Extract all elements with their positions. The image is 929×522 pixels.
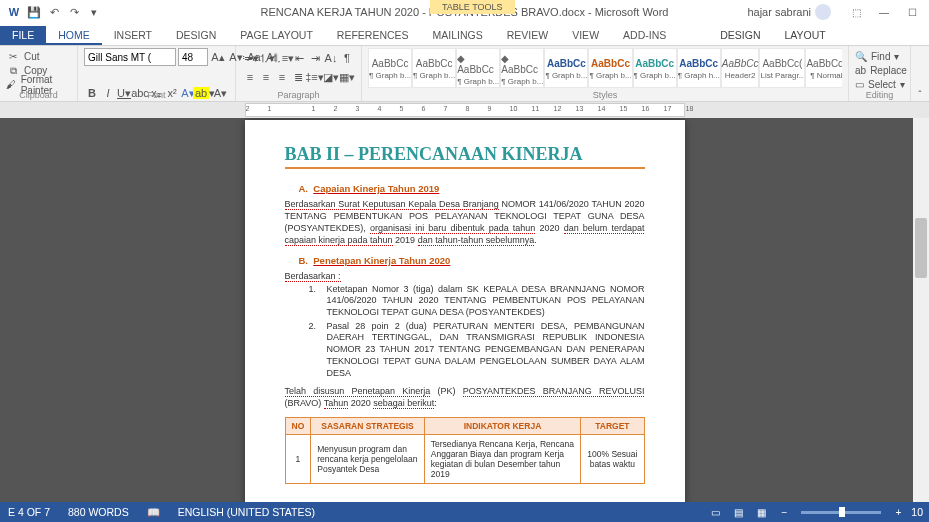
table-row[interactable]: 1 Menyusun program dan rencana kerja pen…	[285, 435, 644, 484]
tab-table-design[interactable]: DESIGN	[708, 26, 772, 45]
style-item[interactable]: ◆ AaBbCc¶ Graph b...	[456, 48, 500, 88]
maximize-button[interactable]: ☐	[899, 2, 925, 22]
heading-1[interactable]: BAB II – PERENCANAAN KINERJA	[285, 144, 645, 169]
paragraph-1[interactable]: Berdasarkan Surat Keputusan Kepala Desa …	[285, 198, 645, 247]
list-item[interactable]: 2. Pasal 28 poin 2 (dua) PERATURAN MENTE…	[309, 321, 645, 379]
borders-button[interactable]: ▦▾	[339, 69, 355, 85]
tab-home[interactable]: HOME	[46, 26, 102, 45]
word-count[interactable]: 880 WORDS	[68, 506, 129, 518]
section-b-heading[interactable]: B. Penetapan Kinerja Tahun 2020	[299, 255, 645, 266]
bullets-button[interactable]: ≔▾	[242, 50, 258, 66]
increase-indent-button[interactable]: ⇥	[307, 50, 323, 66]
qat-customize[interactable]: ▾	[86, 4, 102, 20]
sort-button[interactable]: A↓	[323, 50, 339, 66]
section-a-heading[interactable]: A. Capaian Kinerja Tahun 2019	[299, 183, 645, 194]
styles-gallery[interactable]: AaBbCc¶ Graph b...AaBbCc¶ Graph b...◆ Aa…	[368, 48, 842, 88]
justify-button[interactable]: ≣	[290, 69, 306, 85]
tab-addins[interactable]: ADD-INS	[611, 26, 678, 45]
zoom-in-button[interactable]: +	[888, 504, 908, 520]
decrease-indent-button[interactable]: ⇤	[291, 50, 307, 66]
find-button[interactable]: 🔍Find▾	[855, 50, 904, 63]
zoom-slider[interactable]	[801, 511, 881, 514]
style-item[interactable]: AaBbCc(¶ Normal	[805, 48, 842, 88]
style-item[interactable]: AaBbCc¶ Graph b...	[544, 48, 588, 88]
horizontal-ruler[interactable]: 21123456789101112131415161718	[0, 102, 929, 118]
scroll-thumb[interactable]	[915, 218, 927, 278]
paragraph-group-label: Paragraph	[236, 90, 361, 100]
style-item[interactable]: AaBbCc¶ Graph b...	[633, 48, 677, 88]
clipboard-group-label: Clipboard	[0, 90, 77, 100]
redo-button[interactable]: ↷	[66, 4, 82, 20]
spell-check-icon[interactable]: 📖	[147, 506, 160, 519]
tab-mailings[interactable]: MAILINGS	[421, 26, 495, 45]
font-name-input[interactable]	[84, 48, 176, 66]
minimize-button[interactable]: —	[871, 2, 897, 22]
th-no[interactable]: NO	[285, 418, 311, 435]
page[interactable]: BAB II – PERENCANAAN KINERJA A. Capaian …	[245, 120, 685, 508]
th-sasaran[interactable]: SASARAN STRATEGIS	[311, 418, 425, 435]
replace-button[interactable]: abReplace	[855, 64, 904, 77]
web-layout-button[interactable]: ▦	[751, 504, 771, 520]
style-item[interactable]: AaBbCc¶ Graph b...	[588, 48, 632, 88]
style-item[interactable]: AaBbCc¶ Graph b...	[368, 48, 412, 88]
style-item[interactable]: AaBbCc¶ Graph b...	[412, 48, 456, 88]
style-item[interactable]: AaBbCcHeader2	[721, 48, 760, 88]
status-bar: E 4 OF 7 880 WORDS 📖 ENGLISH (UNITED STA…	[0, 502, 929, 522]
avatar[interactable]	[815, 4, 831, 20]
zoom-out-button[interactable]: −	[774, 504, 794, 520]
style-item[interactable]: AaBbCc(List Paragr...	[759, 48, 805, 88]
collapse-ribbon-button[interactable]: ˆ	[911, 46, 929, 101]
document-area[interactable]: BAB II – PERENCANAAN KINERJA A. Capaian …	[0, 118, 929, 508]
font-group-label: Font	[78, 90, 235, 100]
th-target[interactable]: TARGET	[581, 418, 644, 435]
font-size-input[interactable]	[178, 48, 208, 66]
ribbon: ✂Cut ⧉Copy 🖌Format Painter Clipboard A▴ …	[0, 46, 929, 102]
styles-group-label: Styles	[362, 90, 848, 100]
tab-file[interactable]: FILE	[0, 26, 46, 45]
title-bar: W 💾 ↶ ↷ ▾ RENCANA KERJA TAHUN 2020 - POS…	[0, 0, 929, 24]
undo-button[interactable]: ↶	[46, 4, 62, 20]
list-item[interactable]: 1. Ketetapan Nomor 3 (tiga) dalam SK KEP…	[309, 284, 645, 319]
save-button[interactable]: 💾	[26, 4, 42, 20]
user-name[interactable]: hajar sabrani	[747, 6, 811, 18]
zoom-level[interactable]: 10	[911, 506, 923, 518]
language-status[interactable]: ENGLISH (UNITED STATES)	[178, 506, 315, 518]
tab-pagelayout[interactable]: PAGE LAYOUT	[228, 26, 325, 45]
multilevel-button[interactable]: ⒈≡▾	[274, 50, 291, 66]
ribbon-tabs: FILE HOME INSERT DESIGN PAGE LAYOUT REFE…	[0, 24, 929, 46]
read-mode-button[interactable]: ▭	[705, 504, 725, 520]
line-spacing-button[interactable]: ‡≡▾	[306, 69, 323, 85]
indicator-table[interactable]: NO SASARAN STRATEGIS INDIKATOR KERJA TAR…	[285, 417, 645, 484]
cut-button[interactable]: ✂Cut	[6, 50, 71, 63]
print-layout-button[interactable]: ▤	[728, 504, 748, 520]
show-marks-button[interactable]: ¶	[339, 50, 355, 66]
vertical-scrollbar[interactable]	[913, 118, 929, 508]
word-icon: W	[6, 4, 22, 20]
th-indikator[interactable]: INDIKATOR KERJA	[424, 418, 580, 435]
tab-table-layout[interactable]: LAYOUT	[772, 26, 837, 45]
style-item[interactable]: ◆ AaBbCc¶ Graph b...	[500, 48, 544, 88]
align-left-button[interactable]: ≡	[242, 69, 258, 85]
paragraph-2[interactable]: Telah disusun Penetapan Kinerja (PK) POS…	[285, 385, 645, 409]
tab-design[interactable]: DESIGN	[164, 26, 228, 45]
page-status[interactable]: E 4 OF 7	[8, 506, 50, 518]
ribbon-display-button[interactable]: ⬚	[843, 2, 869, 22]
tab-view[interactable]: VIEW	[560, 26, 611, 45]
grow-font-button[interactable]: A▴	[210, 49, 226, 65]
contextual-tab-group: TABLE TOOLS	[430, 0, 515, 14]
style-item[interactable]: AaBbCc¶ Graph h...	[677, 48, 721, 88]
editing-group-label: Editing	[849, 90, 910, 100]
tab-insert[interactable]: INSERT	[102, 26, 164, 45]
tab-references[interactable]: REFERENCES	[325, 26, 421, 45]
align-right-button[interactable]: ≡	[274, 69, 290, 85]
tab-review[interactable]: REVIEW	[495, 26, 560, 45]
align-center-button[interactable]: ≡	[258, 69, 274, 85]
berdasarkan-label[interactable]: Berdasarkan :	[285, 270, 645, 282]
shading-button[interactable]: ◪▾	[323, 69, 339, 85]
